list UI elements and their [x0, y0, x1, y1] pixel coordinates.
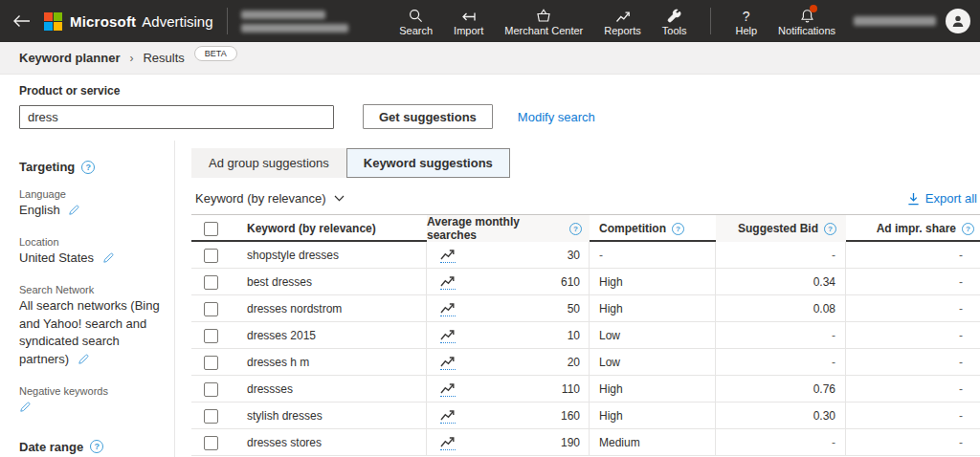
topbar-help[interactable]: ? Help	[724, 0, 768, 42]
row-checkbox[interactable]	[204, 382, 218, 397]
targeting-help-icon[interactable]: ?	[81, 161, 95, 174]
edit-network-pencil-icon[interactable]	[78, 353, 90, 371]
header-cell-ad-impr-share[interactable]: Ad impr. share ?	[846, 215, 980, 242]
back-arrow-icon[interactable]	[8, 7, 36, 35]
competition-help-icon[interactable]: ?	[672, 223, 684, 235]
row-cell-avg-monthly-searches: 110	[427, 376, 590, 403]
trend-chart-icon[interactable]	[440, 356, 456, 370]
sort-dropdown[interactable]: Keyword (by relevance)	[191, 191, 345, 206]
brand[interactable]: Microsoft Advertising	[44, 12, 213, 31]
trend-chart-icon[interactable]	[440, 302, 456, 316]
trend-chart-icon[interactable]	[440, 382, 456, 397]
header-cell-avg-monthly-searches[interactable]: Average monthly searches ?	[427, 215, 590, 242]
topbar-nav-tools[interactable]: Tools	[652, 0, 698, 42]
row-cell-competition: High	[590, 295, 716, 322]
keyword-text: dresses 2015	[247, 329, 316, 342]
nav-label: Import	[454, 25, 483, 36]
row-cell-competition: High	[590, 376, 716, 403]
nav-label: Tools	[662, 25, 687, 36]
keyword-table-body: shopstyle dresses 30 - - - best dresses	[191, 242, 980, 456]
ad-impr-share-value: -	[959, 329, 963, 342]
suggested-bid-value: -	[832, 356, 835, 369]
row-cell-checkbox	[191, 242, 235, 269]
suggested-bid-value: 0.34	[813, 275, 835, 289]
beta-badge: BETA	[194, 46, 237, 61]
row-cell-competition: High	[590, 403, 716, 429]
row-cell-avg-monthly-searches: 10	[427, 322, 590, 349]
row-cell-ad-impr-share: -	[846, 322, 980, 349]
redacted-line	[241, 11, 325, 19]
trend-chart-icon[interactable]	[440, 329, 456, 343]
avg-searches-help-icon[interactable]: ?	[569, 223, 582, 235]
trend-chart-icon[interactable]	[440, 249, 456, 263]
row-checkbox[interactable]	[204, 436, 218, 450]
suggested-bid-help-icon[interactable]: ?	[824, 223, 836, 235]
ad-impr-share-help-icon[interactable]: ?	[962, 223, 974, 235]
topbar-nav-search[interactable]: Search	[389, 0, 443, 42]
ad-impr-share-value: -	[959, 409, 963, 423]
competition-value: -	[599, 249, 603, 262]
suggestions-tabs: Ad group suggestions Keyword suggestions	[191, 148, 510, 178]
row-cell-suggested-bid: -	[716, 242, 846, 269]
date-range-title: Date range ?	[19, 440, 161, 454]
row-checkbox[interactable]	[204, 275, 218, 290]
row-checkbox[interactable]	[204, 329, 218, 343]
keyword-text: best dresses	[247, 275, 312, 289]
row-cell-avg-monthly-searches: 20	[427, 349, 590, 376]
row-checkbox[interactable]	[204, 356, 218, 370]
topbar-nav-import[interactable]: Import	[443, 0, 494, 42]
ad-impr-share-value: -	[959, 356, 963, 369]
topbar-nav-merchant-center[interactable]: Merchant Center	[494, 0, 593, 42]
tab-ad-group-suggestions[interactable]: Ad group suggestions	[191, 148, 346, 178]
trend-chart-icon[interactable]	[440, 409, 456, 424]
row-checkbox[interactable]	[204, 302, 218, 316]
avg-monthly-searches-value: 10	[568, 329, 580, 342]
nav-label: Reports	[604, 25, 641, 36]
export-all-link[interactable]: Export all	[907, 191, 977, 206]
suggested-bid-value: 0.76	[813, 382, 835, 396]
keyword-table-header: Keyword (by relevance) Average monthly s…	[191, 215, 980, 242]
header-cell-keyword[interactable]: Keyword (by relevance)	[235, 215, 427, 242]
breadcrumb-keyword-planner[interactable]: Keyword planner	[19, 51, 120, 65]
brand-microsoft: Microsoft	[70, 13, 136, 30]
ad-impr-share-value: -	[959, 249, 963, 262]
topbar-notifications[interactable]: Notifications	[768, 0, 846, 42]
tab-keyword-suggestions[interactable]: Keyword suggestions	[346, 148, 510, 178]
suggested-bid-value: -	[832, 436, 835, 449]
trend-chart-icon[interactable]	[440, 275, 456, 290]
product-search-input[interactable]	[19, 105, 334, 129]
edit-negative-keywords-pencil-icon[interactable]	[19, 401, 32, 419]
keyword-text: dressses	[247, 382, 293, 396]
edit-location-pencil-icon[interactable]	[102, 251, 115, 270]
modify-search-link[interactable]: Modify search	[518, 110, 595, 124]
date-range-help-icon[interactable]: ?	[90, 440, 103, 453]
keyword-text: shopstyle dresses	[247, 249, 339, 262]
row-cell-competition: -	[590, 242, 716, 269]
row-checkbox[interactable]	[204, 249, 218, 263]
select-all-checkbox[interactable]	[204, 222, 218, 236]
breadcrumb-results[interactable]: Results	[143, 51, 184, 65]
header-keyword-label: Keyword (by relevance)	[247, 222, 376, 235]
import-icon	[461, 7, 477, 23]
search-icon	[409, 7, 423, 23]
avatar[interactable]	[946, 9, 970, 33]
row-cell-competition: Low	[590, 322, 716, 349]
row-checkbox[interactable]	[204, 409, 218, 424]
search-network-label: Search Network	[19, 284, 161, 295]
trend-chart-icon[interactable]	[440, 436, 456, 450]
notification-dot	[810, 5, 817, 12]
keyword-text: dresses h m	[247, 356, 309, 369]
chevron-down-icon	[334, 195, 345, 202]
get-suggestions-button[interactable]: Get suggestions	[363, 104, 493, 129]
header-cell-competition[interactable]: Competition ?	[590, 215, 716, 242]
competition-value: Low	[599, 356, 620, 369]
avg-monthly-searches-value: 610	[561, 275, 580, 289]
topbar-nav-reports[interactable]: Reports	[593, 0, 652, 42]
suggested-bid-value: 0.08	[813, 302, 835, 316]
edit-language-pencil-icon[interactable]	[68, 204, 80, 222]
row-cell-ad-impr-share: -	[846, 269, 980, 295]
row-cell-suggested-bid: -	[716, 429, 846, 456]
avg-monthly-searches-value: 20	[568, 356, 580, 369]
row-cell-suggested-bid: 0.30	[716, 403, 846, 429]
header-cell-suggested-bid[interactable]: Suggested Bid ?	[716, 215, 846, 242]
